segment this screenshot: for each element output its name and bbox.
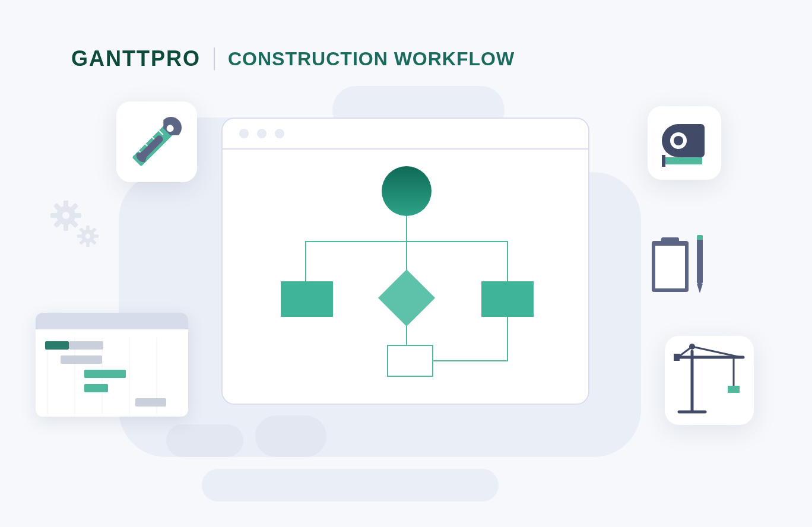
gantt-body [36, 329, 188, 417]
svg-point-19 [85, 234, 90, 239]
tools-icon [116, 101, 197, 182]
bg-cloud [202, 469, 499, 501]
bg-cloud-inner [166, 424, 243, 457]
svg-rect-38 [661, 237, 679, 246]
svg-point-9 [62, 212, 69, 219]
svg-rect-37 [655, 246, 685, 288]
clipboard-icon [649, 235, 704, 301]
gears-icon [45, 201, 116, 272]
page-title: CONSTRUCTION WORKFLOW [228, 48, 515, 70]
svg-rect-11 [86, 226, 90, 230]
tape-measure-icon [648, 106, 721, 180]
svg-rect-4 [74, 213, 81, 218]
svg-rect-35 [662, 155, 665, 167]
svg-rect-12 [86, 242, 90, 247]
svg-rect-39 [697, 239, 703, 284]
flow-node-task-right [481, 281, 534, 317]
header-divider [214, 47, 215, 70]
window-dot [257, 129, 267, 138]
svg-rect-13 [77, 234, 82, 238]
gantt-bar [84, 384, 108, 392]
svg-point-33 [674, 136, 683, 145]
bg-cloud-inner [255, 415, 326, 457]
flowchart-canvas [223, 150, 588, 404]
svg-rect-50 [728, 386, 740, 393]
gantt-bar [61, 355, 102, 364]
svg-rect-14 [94, 234, 99, 238]
brand-logo: GANTTPRO [71, 46, 201, 71]
svg-rect-3 [50, 213, 58, 218]
crane-icon [665, 336, 754, 425]
window-dot [275, 129, 284, 138]
flow-node-subtask [388, 345, 433, 376]
svg-rect-41 [697, 235, 703, 240]
svg-rect-49 [674, 354, 680, 361]
svg-marker-40 [697, 284, 703, 293]
svg-line-46 [692, 347, 741, 357]
flow-node-task-left [281, 281, 333, 317]
flow-node-start [382, 166, 432, 216]
svg-rect-2 [64, 224, 68, 231]
window-dot [239, 129, 249, 138]
gantt-bar [84, 370, 126, 378]
gantt-bar [135, 398, 166, 407]
gantt-header [36, 313, 188, 329]
window-titlebar [223, 119, 588, 150]
svg-rect-21 [378, 269, 435, 326]
gantt-preview [36, 313, 188, 417]
gantt-bar [69, 341, 103, 350]
workflow-window [221, 118, 589, 405]
gantt-bar [45, 341, 69, 350]
page-header: GANTTPRO CONSTRUCTION WORKFLOW [71, 46, 515, 71]
flow-node-decision [378, 269, 435, 326]
svg-rect-34 [664, 157, 702, 164]
svg-rect-1 [64, 201, 68, 207]
svg-point-48 [689, 344, 695, 350]
